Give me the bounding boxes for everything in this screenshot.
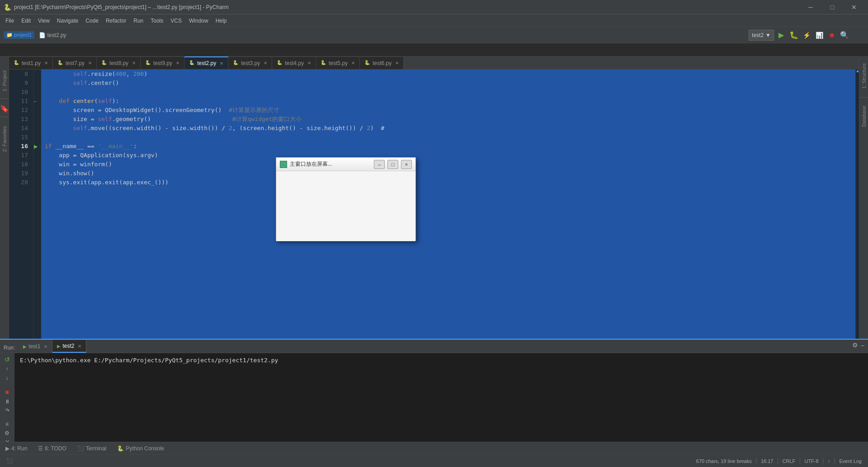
stop-button[interactable]: ■: [826, 30, 837, 41]
tab-label: test8.py: [109, 60, 128, 66]
menu-code[interactable]: Code: [82, 16, 102, 26]
structure-panel-tab[interactable]: 1: Project: [1, 65, 8, 97]
tab-close[interactable]: ✕: [264, 61, 267, 65]
tab-test9[interactable]: 🐍 test9.py ✕: [141, 56, 184, 69]
tab-close[interactable]: ✕: [132, 61, 136, 65]
stop-run-button[interactable]: ■: [2, 388, 12, 396]
bookmark-icon[interactable]: 🔖: [0, 104, 9, 113]
menu-view[interactable]: View: [34, 16, 53, 26]
todo-tab-label: 6: TODO: [45, 445, 66, 452]
cursor-position[interactable]: 16:17: [758, 458, 776, 464]
py-icon: 🐍: [277, 60, 283, 66]
menu-navigate[interactable]: Navigate: [53, 16, 82, 26]
file-breadcrumb[interactable]: 📄 test2.py: [39, 32, 66, 38]
tab-test8[interactable]: 🐍 test8.py ✕: [97, 56, 141, 69]
menu-bar: File Edit View Navigate Code Refactor Ru…: [0, 14, 868, 27]
tab-test6[interactable]: 🐍 test6.py ✕: [360, 56, 404, 69]
project-breadcrumb[interactable]: 📁 project1: [4, 31, 34, 39]
run-tab-test1[interactable]: ▶ test1 ✕: [19, 340, 52, 353]
line-numbers: 8 9 10 11 12 13 14 15 16 17 18 19 20: [9, 70, 34, 339]
tab-close[interactable]: ✕: [220, 61, 223, 66]
tab-close[interactable]: ✕: [395, 61, 399, 65]
menu-run[interactable]: Run: [130, 16, 147, 26]
fold-gutter: ⌐ ▶: [34, 70, 41, 339]
scroll-down-button[interactable]: ↓: [2, 375, 12, 381]
bottom-panel: Run: ▶ test1 ✕ ▶ test2 ✕ ⚙ – ↺ ↑ ↓ ■ ⏸ ↷: [0, 339, 868, 442]
menu-tools[interactable]: Tools: [147, 16, 167, 26]
tab-test3[interactable]: 🐍 test3.py ✕: [228, 56, 272, 69]
tab-close[interactable]: ✕: [351, 61, 355, 65]
minimize-panel-icon[interactable]: –: [861, 341, 864, 349]
search-button[interactable]: 🔍: [839, 30, 850, 41]
float-maximize-btn[interactable]: □: [387, 160, 398, 169]
tab-test7[interactable]: 🐍 test7.py ✕: [53, 56, 97, 69]
structure-side-tab[interactable]: 1: Structure: [860, 58, 868, 94]
tab-label: test9.py: [153, 60, 172, 66]
terminal-tab-icon: ⬛: [77, 445, 84, 452]
coverage-button[interactable]: ⚡: [801, 30, 812, 41]
tab-close[interactable]: ✕: [307, 61, 311, 65]
menu-vcs[interactable]: VCS: [167, 16, 185, 26]
vcs-icon[interactable]: ⬛: [4, 458, 15, 464]
tab-close[interactable]: ✕: [44, 61, 48, 65]
py-icon: 🐍: [14, 60, 20, 66]
run-bottom-tab[interactable]: ▶ 4: Run: [0, 442, 33, 455]
tab-test1[interactable]: 🐍 test1.py ✕: [9, 56, 53, 69]
favorites-panel-tab[interactable]: 2: Favorites: [1, 121, 8, 157]
line-endings[interactable]: CRLF: [780, 458, 798, 464]
run-config-combo[interactable]: test2 ▼: [749, 30, 774, 41]
tab-test4[interactable]: 🐍 test4.py ✕: [272, 56, 316, 69]
tab-close[interactable]: ✕: [88, 61, 92, 65]
py-icon: 🐍: [101, 60, 108, 66]
structure-tab[interactable]: 1: Project 🔖 2: Favorites: [0, 56, 9, 339]
run-content: ↺ ↑ ↓ ■ ⏸ ↷ ≡ ⚙ ✕ 📌 E:\Python\python.exe…: [0, 353, 868, 442]
debug-button[interactable]: 🐛: [788, 30, 799, 41]
encoding[interactable]: UTF-8: [802, 458, 821, 464]
menu-edit[interactable]: Edit: [18, 16, 34, 26]
python-console-tab[interactable]: 🐍 Python Console: [112, 442, 170, 455]
floating-title-bar[interactable]: 主窗口放在屏幕... – □ ×: [276, 158, 415, 171]
menu-refactor[interactable]: Refactor: [102, 16, 130, 26]
tab-test2[interactable]: 🐍 test2.py ✕: [184, 56, 228, 69]
run-tab-close[interactable]: ✕: [44, 344, 47, 349]
pause-button[interactable]: ⏸: [2, 398, 12, 405]
py-icon: 🐍: [145, 60, 151, 66]
run-output-text: E:\Python\python.exe E:/Pycharm/Projects…: [20, 357, 278, 364]
close-button[interactable]: ✕: [844, 0, 864, 14]
float-close-btn[interactable]: ×: [401, 160, 412, 169]
toolbar: 📁 project1 📄 test2.py test2 ▼ ▶ 🐛 ⚡ 📊 ■ …: [0, 27, 868, 43]
tab-test5[interactable]: 🐍 test5.py ✕: [316, 56, 360, 69]
settings-run-button[interactable]: ⚙: [2, 430, 12, 436]
menu-help[interactable]: Help: [212, 16, 231, 26]
run-tab-close[interactable]: ✕: [78, 344, 81, 349]
scroll-up-button[interactable]: ↑: [2, 366, 12, 372]
py-icon: 🐍: [321, 60, 327, 66]
terminal-tab[interactable]: ⬛ Terminal: [72, 442, 112, 455]
todo-tab[interactable]: ☰ 6: TODO: [33, 442, 72, 455]
profile-button[interactable]: 📊: [814, 30, 825, 41]
py-icon: 🐍: [57, 60, 64, 66]
floating-content: [276, 171, 415, 241]
git-status[interactable]: ↑: [825, 458, 833, 464]
run-config-label: test2: [752, 32, 764, 38]
database-side-tab[interactable]: Database: [860, 100, 868, 132]
change-gutter: [855, 70, 859, 339]
window-title: project1 [E:\Pycharm\Projects\PyQt5_proj…: [14, 4, 800, 10]
right-sidebar: 1: Structure Database: [859, 56, 868, 339]
resume-button[interactable]: ↷: [2, 407, 12, 414]
settings-icon[interactable]: ⚙: [852, 341, 858, 349]
maximize-button[interactable]: □: [822, 0, 843, 14]
code-lines[interactable]: self.resize(400, 200) self.center() def …: [41, 70, 855, 339]
run-tab-test2[interactable]: ▶ test2 ✕: [52, 340, 86, 353]
todo-tab-icon: ☰: [38, 445, 43, 452]
tab-close[interactable]: ✕: [176, 61, 179, 65]
run-button[interactable]: ▶: [776, 30, 787, 41]
dump-threads-button[interactable]: ≡: [2, 421, 12, 427]
event-log[interactable]: Event Log: [836, 458, 864, 464]
menu-file[interactable]: File: [2, 16, 18, 26]
float-minimize-btn[interactable]: –: [374, 160, 385, 169]
rerun-button[interactable]: ↺: [2, 356, 12, 363]
menu-window[interactable]: Window: [185, 16, 212, 26]
minimize-button[interactable]: ─: [800, 0, 821, 14]
code-editor[interactable]: 8 9 10 11 12 13 14 15 16 17 18 19 20: [9, 70, 859, 339]
